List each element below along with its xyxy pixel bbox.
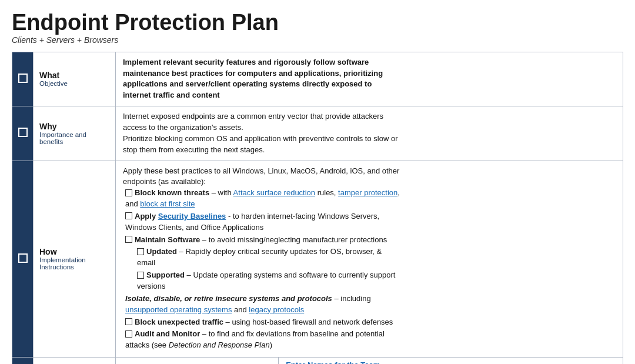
how-intro: Apply these best practices to all Window…	[123, 166, 400, 188]
why-label: Why	[39, 122, 109, 131]
security-baselines-link[interactable]: Security Baselines	[158, 212, 226, 221]
how-label-cell: How Implementation Instructions	[34, 161, 116, 358]
block-first-site-link[interactable]: block at first site	[140, 199, 195, 208]
who-right: Enter Names for the Team Sponsor - Jane …	[278, 358, 407, 364]
what-checkbox[interactable]	[18, 74, 28, 83]
why-icon-cell	[12, 106, 34, 161]
legacy-protocols-link[interactable]: legacy protocols	[249, 305, 304, 314]
how-list: Block known threats – with Attack surfac…	[123, 188, 400, 351]
list-item: Block known threats – with Attack surfac…	[125, 188, 400, 210]
how-row: How Implementation Instructions Apply th…	[12, 161, 623, 358]
what-content: Implement relevant security features and…	[116, 52, 408, 106]
why-line2: Prioritize blocking common OS and applic…	[123, 133, 400, 156]
how-icon-cell	[12, 161, 34, 358]
who-left: Executive Sponsor (Maintenance) - Busine…	[116, 358, 278, 364]
why-row: Why Importance and benefits Internet exp…	[12, 106, 623, 161]
page-subtitle: Clients + Servers + Browsers	[12, 35, 623, 45]
list-checkbox	[125, 236, 132, 243]
what-label: What	[39, 71, 109, 80]
what-row: What Objective Implement relevant securi…	[12, 52, 623, 106]
list-item: Apply Security Baselines - to harden int…	[125, 211, 400, 233]
how-content: Apply these best practices to all Window…	[116, 161, 408, 358]
how-checkbox[interactable]	[18, 253, 28, 263]
how-sublabel: Implementation Instructions	[39, 256, 109, 271]
list-checkbox	[137, 272, 144, 279]
why-line1: Internet exposed endpoints are a common …	[123, 111, 400, 133]
what-text: Implement relevant security features and…	[123, 58, 383, 100]
list-checkbox	[125, 318, 132, 325]
tamper-protection-link[interactable]: tamper protection	[338, 188, 397, 197]
team-header: Enter Names for the Team	[286, 360, 407, 364]
who-content-cell: Executive Sponsor (Maintenance) - Busine…	[116, 358, 408, 364]
what-icon-cell	[12, 52, 34, 106]
how-label: How	[39, 247, 109, 256]
list-checkbox	[125, 212, 132, 219]
list-checkbox	[137, 248, 144, 255]
list-item: Maintain Software – to avoid missing/neg…	[125, 235, 400, 246]
what-label-cell: What Objective	[34, 52, 116, 106]
list-item: Audit and Monitor – to find and fix devi…	[125, 329, 400, 351]
what-sublabel: Objective	[39, 80, 109, 87]
list-checkbox	[125, 189, 132, 196]
why-label-cell: Why Importance and benefits	[34, 106, 116, 161]
who-row: Who Assign Accountability Executive Spon…	[12, 358, 623, 364]
why-checkbox[interactable]	[18, 128, 28, 137]
attack-surface-link[interactable]: Attack surface reduction	[233, 188, 315, 197]
why-sublabel: Importance and benefits	[39, 131, 109, 145]
list-item: Block unexpected traffic – using host-ba…	[125, 317, 400, 328]
who-content: Executive Sponsor (Maintenance) - Busine…	[116, 358, 407, 364]
who-icon-cell	[12, 358, 34, 364]
list-item: Isolate, disable, or retire insecure sys…	[125, 293, 400, 316]
page-title: Endpoint Protection Plan	[12, 11, 623, 35]
unsupported-os-link[interactable]: unsupported operating systems	[125, 305, 232, 314]
why-content: Internet exposed endpoints are a common …	[116, 106, 408, 161]
list-item-sub: Updated – Rapidly deploy critical securi…	[125, 246, 400, 269]
list-item-sub: Supported – Update operating systems and…	[125, 270, 400, 292]
who-label-cell: Who Assign Accountability	[34, 358, 116, 364]
list-checkbox	[125, 330, 132, 338]
